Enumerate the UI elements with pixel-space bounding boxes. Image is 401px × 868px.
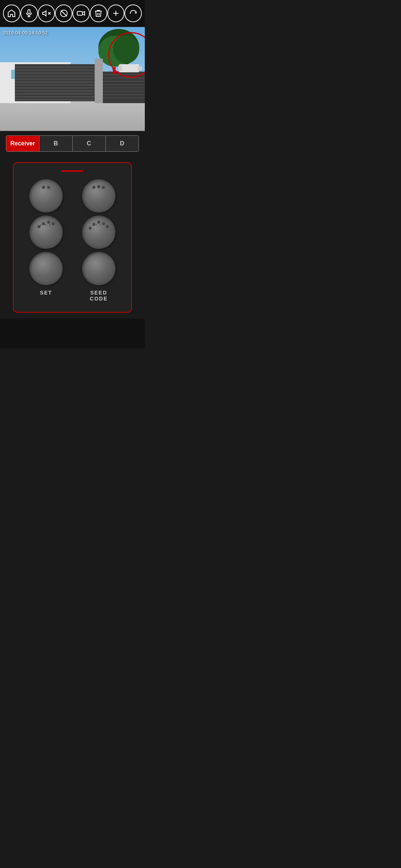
dial-2[interactable] [82, 179, 115, 213]
dial-grid-top [23, 179, 122, 213]
svg-rect-11 [0, 99, 145, 131]
tab-receiver[interactable]: Receiver [6, 136, 39, 151]
dial-wrapper-seed: SEED CODE [75, 252, 122, 302]
timestamp: 2019-04-09 14:50:52 [3, 30, 48, 36]
svg-rect-7 [77, 11, 82, 15]
dial-wrapper-2 [75, 179, 122, 213]
tabs-container: Receiver B C D [0, 131, 145, 156]
record-button[interactable] [72, 4, 90, 22]
toolbar [0, 0, 145, 27]
seed-code-label: SEED CODE [90, 290, 108, 302]
delete-button[interactable] [90, 4, 107, 22]
svg-point-57 [97, 185, 100, 188]
mute-button[interactable] [38, 4, 55, 22]
dial-wrapper-set: SET [23, 252, 69, 302]
dial-1[interactable] [29, 179, 63, 213]
dial-wrapper-1 [23, 179, 69, 213]
home-button[interactable] [3, 4, 20, 22]
dial-wrapper-3 [23, 216, 69, 249]
dial-wrapper-4 [75, 216, 122, 249]
set-label: SET [40, 290, 52, 296]
tab-d[interactable]: D [106, 136, 138, 151]
svg-point-54 [42, 186, 45, 189]
svg-point-60 [42, 222, 45, 225]
svg-point-55 [47, 186, 50, 189]
svg-point-65 [97, 221, 100, 224]
dial-grid-middle [23, 216, 122, 249]
bottom-section [0, 319, 145, 348]
svg-point-64 [92, 223, 95, 226]
panel-indicator [61, 170, 84, 172]
svg-rect-50 [119, 64, 139, 72]
svg-line-6 [61, 10, 67, 16]
dial-3[interactable] [29, 216, 63, 249]
shutter-button[interactable] [55, 4, 72, 22]
dial-set[interactable] [29, 252, 63, 285]
svg-point-67 [106, 225, 109, 228]
tab-b[interactable]: B [39, 136, 72, 151]
dial-seed-code[interactable] [82, 252, 115, 285]
svg-rect-51 [137, 66, 142, 70]
channel-tabs: Receiver B C D [6, 135, 139, 152]
dial-4[interactable] [82, 216, 115, 249]
svg-rect-0 [28, 10, 30, 14]
panel-box: SET SEED CODE [13, 162, 132, 313]
svg-point-61 [47, 221, 50, 224]
add-button[interactable] [107, 4, 125, 22]
microphone-button[interactable] [20, 4, 38, 22]
svg-point-58 [102, 186, 105, 189]
svg-rect-52 [118, 66, 122, 71]
control-panel: SET SEED CODE [0, 156, 145, 319]
svg-point-62 [52, 222, 55, 225]
svg-point-59 [38, 225, 40, 228]
svg-point-14 [113, 35, 139, 63]
svg-point-66 [102, 222, 105, 225]
dial-grid-bottom: SET SEED CODE [23, 252, 122, 302]
refresh-button[interactable] [124, 4, 142, 22]
camera-feed: 2019-04-09 14:50:52 [0, 27, 145, 131]
svg-point-63 [89, 227, 92, 230]
svg-rect-39 [95, 59, 103, 103]
svg-point-56 [92, 186, 95, 189]
tab-c[interactable]: C [73, 136, 106, 151]
